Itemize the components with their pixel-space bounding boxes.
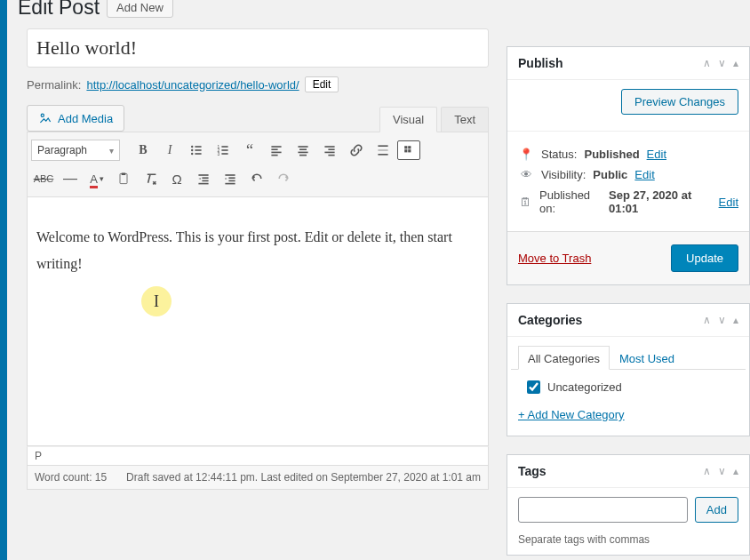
category-label: Uncategorized [547,380,622,394]
media-icon [38,111,52,125]
edit-date-link[interactable]: Edit [719,196,738,209]
bullet-list-button[interactable] [184,138,209,163]
align-center-button[interactable] [291,138,315,163]
categories-heading: Categories [518,313,582,327]
redo-button[interactable] [271,166,296,191]
outdent-button[interactable] [191,166,216,191]
svg-rect-28 [404,146,407,148]
bold-button[interactable]: B [131,138,156,163]
align-right-button[interactable] [317,138,342,163]
post-title-input[interactable] [27,28,489,68]
svg-rect-30 [404,149,407,152]
svg-rect-39 [228,177,235,179]
tab-text[interactable]: Text [441,107,489,132]
svg-rect-35 [202,177,208,179]
undo-button[interactable] [244,166,269,191]
svg-rect-33 [122,173,126,175]
italic-button[interactable]: I [157,138,182,163]
svg-rect-20 [299,155,307,156]
move-down-icon[interactable]: ∨ [718,465,726,477]
permalink-url[interactable]: http://localhost/uncategorized/hello-wor… [86,78,299,92]
align-left-button[interactable] [264,138,289,163]
svg-rect-13 [271,146,281,148]
collapse-icon[interactable]: ▴ [733,465,738,477]
blockquote-button[interactable]: “ [237,138,262,163]
page-title: Edit Post [18,0,100,20]
svg-rect-24 [328,155,334,156]
svg-rect-36 [202,180,208,182]
svg-rect-19 [298,152,307,154]
svg-rect-41 [225,183,235,185]
format-select[interactable]: Paragraph [31,140,120,161]
special-char-button[interactable]: Ω [164,166,189,191]
svg-rect-2 [195,146,201,148]
tab-visual[interactable]: Visual [379,107,437,132]
move-up-icon[interactable]: ∧ [703,57,711,69]
link-button[interactable] [344,138,369,163]
svg-rect-17 [298,146,307,148]
strikethrough-button[interactable]: ABC [31,166,56,191]
move-down-icon[interactable]: ∨ [718,57,726,69]
svg-rect-34 [198,174,208,176]
svg-rect-29 [408,146,411,148]
text-cursor-icon: I [141,286,172,316]
readmore-button[interactable] [371,138,395,163]
tab-most-used[interactable]: Most Used [610,346,684,369]
svg-rect-37 [198,183,208,185]
move-up-icon[interactable]: ∧ [703,314,711,326]
svg-rect-23 [324,152,334,154]
toolbar-toggle-button[interactable] [397,140,420,160]
add-tag-button[interactable]: Add [695,497,738,523]
paste-text-button[interactable] [111,166,136,191]
svg-rect-22 [328,148,334,150]
edit-status-link[interactable]: Edit [647,148,666,161]
element-path-bar: p [27,446,489,466]
edit-visibility-link[interactable]: Edit [634,168,654,181]
svg-rect-38 [225,174,235,176]
svg-rect-27 [378,154,387,156]
svg-rect-14 [271,148,277,150]
svg-rect-12 [221,153,227,155]
svg-rect-31 [408,149,411,152]
collapse-icon[interactable]: ▴ [733,57,738,69]
move-to-trash-link[interactable]: Move to Trash [518,252,591,265]
publish-box: Publish ∧ ∨ ▴ Preview Changes 📍 Status: … [507,46,750,285]
clear-format-button[interactable] [138,166,163,191]
move-down-icon[interactable]: ∨ [718,314,726,326]
svg-point-1 [191,146,193,148]
svg-rect-26 [378,149,387,151]
svg-rect-21 [324,146,334,148]
add-new-category-link[interactable]: + Add New Category [518,408,625,421]
collapse-icon[interactable]: ▴ [733,314,738,326]
tags-input[interactable] [518,497,688,523]
editor-toolbar: Paragraph B I 123 “ ABC — A▾ Ω [27,132,489,197]
text-color-button[interactable]: A▾ [84,166,109,191]
move-up-icon[interactable]: ∧ [703,465,711,477]
word-count: Word count: 15 [35,471,107,484]
category-checkbox-uncategorized[interactable] [527,380,540,394]
preview-changes-button[interactable]: Preview Changes [621,89,738,115]
svg-rect-25 [378,145,387,147]
svg-rect-40 [228,180,235,182]
svg-rect-8 [221,146,227,148]
svg-rect-15 [271,152,281,154]
tab-all-categories[interactable]: All Categories [518,346,610,370]
add-media-button[interactable]: Add Media [27,105,124,132]
save-status: Draft saved at 12:44:11 pm. Last edited … [126,471,481,484]
indent-button[interactable] [218,166,243,191]
tags-heading: Tags [518,464,547,478]
publish-heading: Publish [518,56,563,70]
calendar-icon: 🗓 [518,196,532,209]
number-list-button[interactable]: 123 [211,138,235,163]
permalink-label: Permalink: [27,78,81,92]
svg-rect-6 [195,153,201,155]
svg-rect-4 [195,149,201,151]
svg-rect-32 [120,173,127,183]
svg-point-0 [41,114,44,116]
editor-content[interactable]: Welcome to WordPress. This is your first… [27,197,489,446]
add-new-button[interactable]: Add New [107,0,173,18]
update-button[interactable]: Update [671,244,738,272]
svg-rect-16 [271,155,277,156]
hr-button[interactable]: — [58,166,83,191]
edit-permalink-button[interactable]: Edit [305,76,339,92]
